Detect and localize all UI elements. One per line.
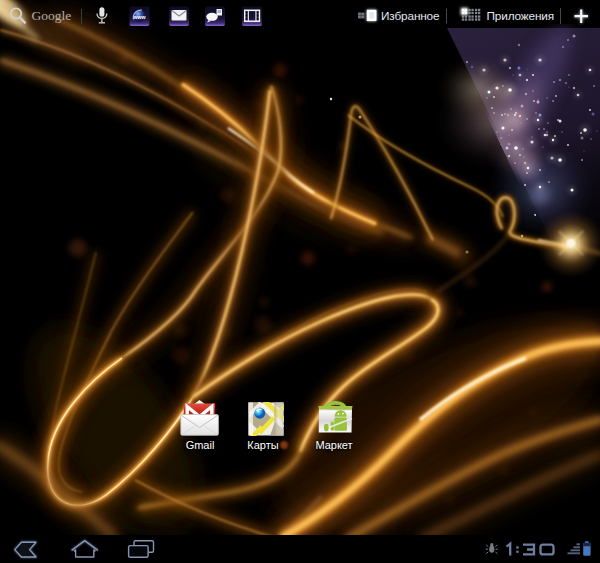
svg-text:Избранное: Избранное [381,9,440,23]
svg-text:Google: Google [32,8,72,23]
svg-text:www: www [132,14,146,20]
svg-text:Приложения: Приложения [487,9,555,23]
